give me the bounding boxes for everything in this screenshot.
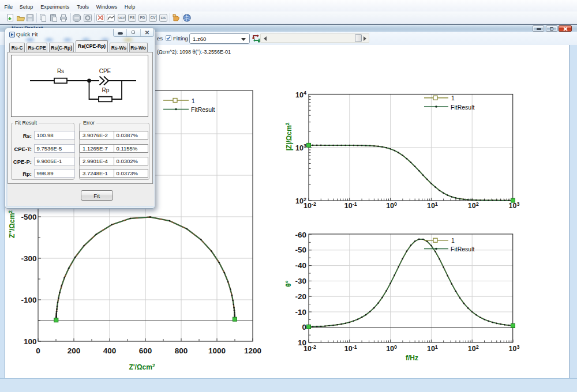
svg-text:100: 100 bbox=[386, 201, 397, 210]
svg-text:FitResult: FitResult bbox=[451, 246, 475, 252]
svg-text:102: 102 bbox=[468, 344, 479, 353]
svg-text:800: 800 bbox=[175, 346, 188, 355]
svg-text:0: 0 bbox=[302, 323, 306, 331]
svg-text:400: 400 bbox=[103, 346, 117, 355]
svg-text:-300: -300 bbox=[21, 254, 36, 263]
svg-text:10-1: 10-1 bbox=[344, 201, 357, 210]
svg-text:-10: -10 bbox=[295, 308, 306, 316]
svg-text:101: 101 bbox=[427, 344, 438, 353]
svg-text:1: 1 bbox=[192, 97, 195, 104]
svg-text:103: 103 bbox=[295, 143, 306, 152]
svg-text:-30: -30 bbox=[295, 277, 306, 285]
svg-text:104: 104 bbox=[295, 90, 306, 99]
svg-text:600: 600 bbox=[139, 346, 152, 355]
svg-text:|Z|/Ωcm2: |Z|/Ωcm2 bbox=[284, 122, 293, 150]
svg-text:θ°: θ° bbox=[284, 280, 293, 287]
svg-text:103: 103 bbox=[509, 344, 520, 353]
svg-text:200: 200 bbox=[68, 346, 81, 355]
svg-text:103: 103 bbox=[509, 201, 520, 210]
svg-text:-40: -40 bbox=[295, 261, 306, 270]
svg-text:-100: -100 bbox=[21, 296, 36, 304]
svg-text:10-2: 10-2 bbox=[304, 201, 316, 210]
svg-text:100: 100 bbox=[24, 337, 37, 346]
svg-text:-500: -500 bbox=[21, 213, 36, 221]
svg-text:Z''/Ωcm2: Z''/Ωcm2 bbox=[8, 210, 16, 238]
svg-text:-20: -20 bbox=[295, 292, 306, 301]
svg-text:101: 101 bbox=[427, 201, 438, 210]
svg-text:1000: 1000 bbox=[208, 346, 226, 355]
svg-text:-50: -50 bbox=[295, 246, 306, 254]
svg-text:1200: 1200 bbox=[244, 346, 261, 355]
svg-text:FitResult: FitResult bbox=[191, 106, 215, 113]
svg-text:1: 1 bbox=[451, 95, 455, 101]
svg-text:10-1: 10-1 bbox=[344, 344, 357, 353]
svg-text:1: 1 bbox=[451, 237, 455, 244]
svg-text:10-2: 10-2 bbox=[304, 344, 316, 353]
svg-text:f/Hz: f/Hz bbox=[406, 354, 418, 362]
svg-text:102: 102 bbox=[468, 201, 479, 210]
svg-text:100: 100 bbox=[386, 344, 397, 353]
svg-text:FitResult: FitResult bbox=[451, 104, 475, 111]
svg-text:0: 0 bbox=[36, 346, 40, 355]
svg-text:Z'/Ωcm2: Z'/Ωcm2 bbox=[129, 363, 155, 371]
svg-text:-60: -60 bbox=[295, 231, 306, 239]
